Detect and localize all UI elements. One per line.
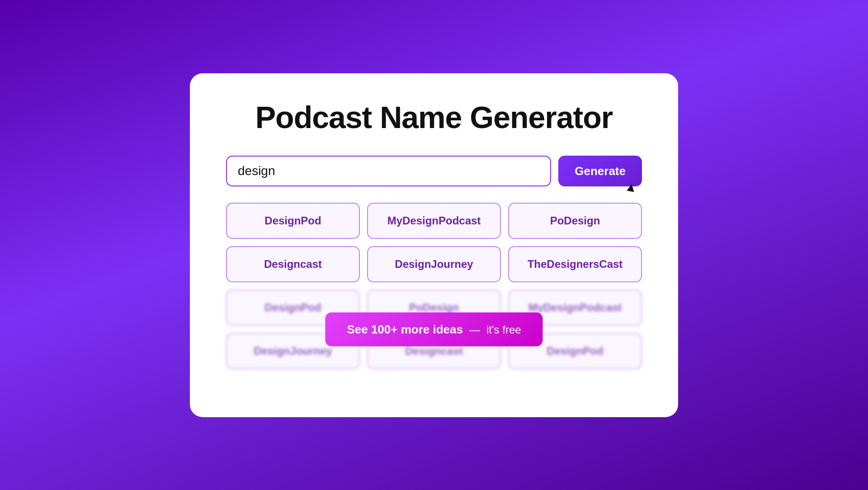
results-grid: DesignPod MyDesignPodcast PoDesign Desig… (226, 203, 642, 282)
see-more-button[interactable]: See 100+ more ideas — it's free (325, 313, 542, 347)
blurred-section: DesignPod PoDesign MyDesignPodcast Desig… (226, 290, 642, 369)
main-card: Podcast Name Generator Generate ▲ Design… (190, 73, 678, 417)
result-card-2[interactable]: MyDesignPodcast (367, 203, 501, 239)
result-card-1[interactable]: DesignPod (226, 203, 360, 239)
result-card-6[interactable]: TheDesignersCast (508, 246, 642, 282)
result-card-4[interactable]: Designcast (226, 246, 360, 282)
see-more-sub-text: it's free (486, 323, 521, 336)
result-card-3[interactable]: PoDesign (508, 203, 642, 239)
result-card-5[interactable]: DesignJourney (367, 246, 501, 282)
page-title: Podcast Name Generator (255, 100, 613, 134)
search-input[interactable] (226, 156, 551, 186)
generate-label: Generate (575, 164, 626, 178)
see-more-main-text: See 100+ more ideas (347, 323, 463, 337)
page-background: Podcast Name Generator Generate ▲ Design… (0, 0, 868, 490)
cursor-icon: ▲ (624, 179, 639, 195)
search-row: Generate ▲ (226, 156, 642, 186)
generate-button[interactable]: Generate ▲ (558, 156, 642, 186)
see-more-dash: — (469, 323, 480, 336)
